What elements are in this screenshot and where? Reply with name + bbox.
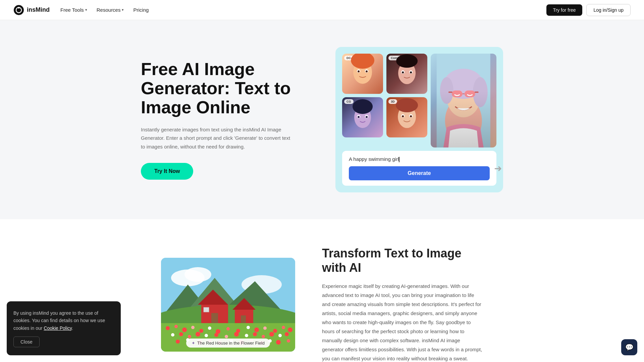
cookie-banner: By using insMind you agree to the use of…: [7, 301, 121, 355]
svg-point-58: [199, 329, 203, 333]
svg-point-80: [269, 332, 274, 337]
svg-point-8: [366, 70, 368, 72]
hero-description: Instantly generate images from text usin…: [141, 125, 295, 151]
hero-left: Free AI Image Generator: Text to Image O…: [141, 60, 315, 180]
try-free-button[interactable]: Try for free: [546, 4, 583, 16]
hero-title: Free AI Image Generator: Text to Image O…: [141, 60, 315, 117]
svg-point-32: [473, 77, 488, 107]
svg-rect-36: [448, 92, 452, 93]
hero-main-image: [431, 54, 496, 147]
thumbnail-3d: 3D: [386, 97, 427, 137]
svg-point-19: [402, 71, 404, 73]
anime-art-4: [386, 97, 427, 137]
svg-point-64: [254, 327, 259, 332]
svg-point-30: [444, 69, 483, 99]
svg-point-69: [171, 333, 174, 337]
svg-point-78: [253, 332, 257, 336]
thumbnail-dc-comics: DC-Comics: [342, 54, 383, 94]
nav-free-tools[interactable]: Free Tools ▾: [60, 7, 87, 13]
nav-resources[interactable]: Resources ▾: [97, 7, 124, 13]
chevron-down-icon: ▾: [122, 8, 124, 12]
anime-art-1: [342, 54, 383, 94]
svg-point-63: [247, 326, 250, 329]
svg-point-70: [179, 332, 183, 336]
svg-point-81: [278, 334, 282, 337]
svg-point-2: [18, 7, 20, 8]
anime-art-2: [386, 54, 427, 94]
svg-rect-48: [211, 313, 218, 325]
svg-point-31: [440, 77, 453, 104]
svg-point-68: [288, 327, 292, 332]
logo-icon: [13, 5, 24, 15]
svg-point-20: [410, 71, 412, 73]
hero-right: DC-Comics CG: [335, 47, 503, 192]
svg-point-74: [214, 333, 218, 337]
generate-input-display: A happy swimming girl: [349, 156, 490, 162]
hero-thumbnails-grid: DC-Comics CG: [342, 54, 496, 147]
svg-point-77: [245, 334, 248, 337]
svg-point-57: [191, 326, 195, 329]
svg-point-79: [262, 335, 265, 338]
svg-rect-27: [437, 54, 490, 147]
svg-point-76: [234, 332, 239, 337]
svg-rect-34: [465, 90, 475, 97]
house-art: [161, 258, 295, 352]
svg-point-40: [184, 267, 211, 282]
svg-point-56: [182, 327, 187, 332]
nav-actions: Try for free Log in/Sign up: [546, 4, 631, 16]
chevron-down-icon: ▾: [85, 8, 87, 12]
svg-point-29: [447, 77, 480, 117]
svg-point-16: [396, 54, 418, 68]
svg-point-82: [285, 332, 289, 336]
svg-point-28: [445, 97, 482, 144]
cookie-close-button[interactable]: Close: [13, 337, 40, 347]
svg-point-59: [208, 326, 211, 330]
svg-point-67: [282, 326, 285, 329]
chat-widget[interactable]: 💬: [621, 339, 637, 355]
anime-art-3: [342, 97, 383, 137]
generate-box: A happy swimming girl Generate ➜: [342, 151, 496, 186]
cookie-policy-link[interactable]: Cookie Policy: [44, 325, 72, 331]
svg-point-71: [188, 335, 191, 338]
login-button[interactable]: Log in/Sign up: [586, 4, 631, 16]
svg-point-73: [205, 334, 208, 337]
svg-point-10: [353, 99, 373, 114]
nav-pricing[interactable]: Pricing: [133, 7, 149, 13]
generate-button[interactable]: Generate: [349, 166, 490, 180]
svg-point-13: [358, 116, 360, 118]
hero-cta-button[interactable]: Try It Now: [141, 163, 193, 180]
nav-links: Free Tools ▾ Resources ▾ Pricing: [60, 7, 536, 13]
section2-description: Experience magic itself by creating AI-g…: [322, 282, 483, 362]
thumbnail-comics: Comics: [386, 54, 427, 94]
navbar: insMind Free Tools ▾ Resources ▾ Pricing…: [0, 0, 644, 20]
svg-point-22: [396, 98, 418, 112]
thumbnail-cg: CG: [342, 97, 383, 137]
svg-point-72: [196, 332, 200, 337]
svg-point-93: [276, 340, 281, 345]
svg-point-83: [176, 340, 180, 344]
hero-panel: DC-Comics CG: [335, 47, 503, 192]
svg-point-14: [366, 116, 368, 118]
logo-text: insMind: [27, 6, 50, 13]
main-anime-art: [431, 54, 496, 147]
svg-point-26: [410, 115, 412, 117]
svg-rect-49: [204, 307, 209, 312]
svg-point-55: [174, 325, 178, 328]
chat-icon: 💬: [625, 343, 634, 351]
svg-point-94: [287, 339, 290, 343]
cursor: [399, 157, 399, 162]
hero-col1: DC-Comics CG: [342, 54, 383, 137]
sparkle-icon: ✦: [192, 341, 195, 346]
svg-point-7: [358, 70, 360, 72]
svg-point-65: [263, 326, 267, 330]
svg-point-66: [273, 329, 277, 333]
section2-text: Transform Text to Image with AI Experien…: [322, 246, 483, 362]
arrow-icon: ➜: [494, 163, 502, 174]
logo[interactable]: insMind: [13, 5, 50, 15]
svg-point-54: [166, 326, 170, 330]
svg-point-25: [402, 115, 404, 117]
svg-point-0: [14, 5, 24, 15]
house-caption: ✦ The Red House in the Flower Field: [186, 339, 270, 348]
hero-section: Free AI Image Generator: Text to Image O…: [0, 20, 644, 219]
hero-col2: Comics 3D: [386, 54, 427, 137]
